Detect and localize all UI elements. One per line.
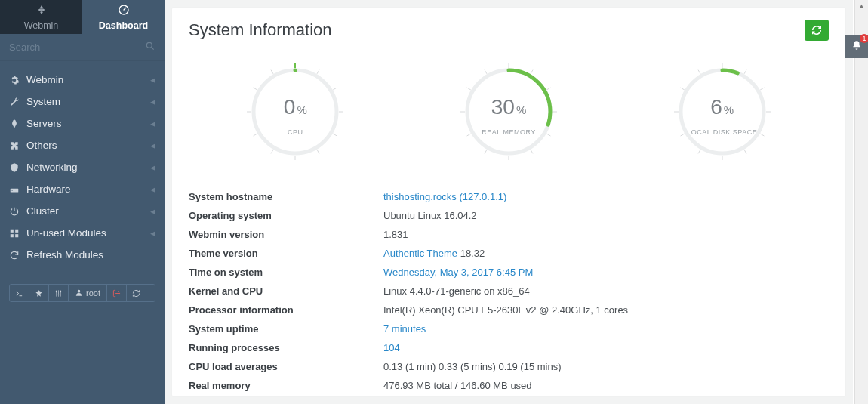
info-row: Running processes104 — [189, 338, 829, 357]
svg-line-34 — [531, 150, 533, 153]
wrench-icon — [9, 97, 20, 107]
info-value: Linux 4.4.0-71-generic on x86_64 — [383, 285, 530, 297]
svg-point-9 — [58, 294, 60, 295]
sidebar-item-label: Refresh Modules — [26, 249, 103, 261]
sidebar-item-servers[interactable]: Servers ◀ — [0, 113, 165, 134]
reload-button[interactable] — [127, 285, 146, 301]
settings-button[interactable] — [49, 285, 69, 301]
info-key: Webmin version — [189, 229, 383, 240]
info-row: Virtual memory0 bytes total / 0 bytes us… — [189, 395, 829, 396]
svg-line-24 — [254, 88, 257, 90]
refresh-button[interactable] — [805, 20, 829, 41]
sidebar-item-system[interactable]: System ◀ — [0, 91, 165, 113]
logout-button[interactable] — [107, 285, 127, 301]
info-value-link[interactable]: Authentic Theme — [383, 248, 457, 259]
hdd-icon — [9, 184, 20, 195]
gauge-value: 6 — [710, 95, 722, 119]
info-key: Processor information — [189, 304, 383, 316]
chevron-left-icon: ◀ — [150, 76, 155, 84]
search-input[interactable] — [9, 42, 145, 53]
gauge-local-disk-space: 6% LOCAL DISK SPACE — [647, 59, 798, 165]
info-key: CPU load averages — [189, 361, 383, 372]
terminal-button[interactable] — [10, 285, 29, 301]
svg-point-11 — [78, 289, 81, 292]
info-row: System uptime7 minutes — [189, 319, 829, 338]
svg-line-40 — [485, 70, 487, 74]
info-key: Real memory — [189, 380, 383, 391]
info-key: Theme version — [189, 248, 383, 259]
sidebar-item-unused-modules[interactable]: Un-used Modules ◀ — [0, 222, 165, 244]
sidebar-item-webmin[interactable]: Webmin ◀ — [0, 69, 165, 91]
info-key: Operating system — [189, 210, 383, 221]
sidebar-item-label: Networking — [26, 162, 78, 173]
svg-point-10 — [60, 291, 61, 292]
scrollbar[interactable]: ▲ — [854, 0, 868, 404]
chevron-left-icon: ◀ — [150, 208, 155, 215]
top-tabs: Webmin Dashboard — [0, 0, 165, 34]
svg-line-16 — [334, 88, 337, 90]
info-value: 0.13 (1 min) 0.33 (5 mins) 0.19 (15 mins… — [383, 361, 562, 372]
gauge-label: REAL MEMORY — [445, 128, 573, 136]
svg-line-53 — [680, 88, 684, 90]
svg-rect-5 — [15, 229, 18, 232]
search-icon[interactable] — [145, 41, 155, 54]
info-row: Processor informationIntel(R) Xeon(R) CP… — [189, 301, 829, 319]
tab-dashboard[interactable]: Dashboard — [82, 0, 165, 34]
system-info-list: System hostnamethishosting.rocks (127.0.… — [189, 187, 829, 396]
svg-line-15 — [317, 70, 319, 74]
info-key: System uptime — [189, 323, 383, 335]
chevron-left-icon: ◀ — [150, 98, 155, 106]
power-icon — [9, 206, 20, 217]
gauge-unit: % — [297, 103, 306, 116]
info-key: Time on system — [189, 267, 383, 278]
info-value[interactable]: thishosting.rocks (127.0.1.1) — [383, 191, 506, 202]
info-value: Authentic Theme 18.32 — [383, 248, 485, 259]
webmin-icon — [35, 4, 48, 18]
scroll-up-arrow[interactable]: ▲ — [855, 0, 868, 12]
info-value[interactable]: Wednesday, May 3, 2017 6:45 PM — [383, 267, 533, 278]
svg-line-50 — [698, 150, 700, 153]
gauges: 0% CPU — [189, 59, 829, 165]
notifications-button[interactable]: 1 — [845, 35, 868, 58]
svg-line-44 — [744, 70, 746, 74]
sidebar-item-label: Servers — [26, 118, 62, 129]
sidebar-item-others[interactable]: Others ◀ — [0, 134, 165, 156]
svg-line-36 — [485, 150, 487, 153]
info-value: Intel(R) Xeon(R) CPU E5-2630L v2 @ 2.40G… — [383, 304, 628, 316]
sidebar-item-refresh-modules[interactable]: Refresh Modules — [0, 244, 165, 266]
sidebar-item-cluster[interactable]: Cluster ◀ — [0, 200, 165, 222]
svg-rect-6 — [11, 234, 14, 237]
info-value[interactable]: 7 minutes — [383, 323, 426, 335]
tab-label: Webmin — [24, 20, 59, 31]
gauge-cpu: 0% CPU — [220, 59, 371, 165]
info-key: Kernel and CPU — [189, 285, 383, 297]
shield-icon — [9, 162, 20, 173]
chevron-left-icon: ◀ — [150, 186, 155, 193]
tab-webmin[interactable]: Webmin — [0, 0, 82, 34]
svg-rect-4 — [11, 229, 14, 232]
user-button[interactable]: root — [69, 285, 107, 301]
svg-rect-2 — [11, 188, 19, 192]
sidebar-item-hardware[interactable]: Hardware ◀ — [0, 178, 165, 200]
gauge-unit: % — [724, 103, 734, 116]
gauge-value: 30 — [491, 95, 515, 119]
svg-point-3 — [12, 190, 13, 190]
sidebar-item-label: Un-used Modules — [26, 227, 106, 239]
sidebar-toolbar: root — [9, 284, 155, 302]
info-row: System hostnamethishosting.rocks (127.0.… — [189, 187, 829, 206]
svg-line-54 — [698, 70, 700, 74]
chevron-left-icon: ◀ — [150, 230, 155, 237]
info-row: CPU load averages0.13 (1 min) 0.33 (5 mi… — [189, 357, 829, 376]
sidebar-item-networking[interactable]: Networking ◀ — [0, 156, 165, 178]
puzzle-icon — [9, 140, 20, 151]
svg-line-31 — [546, 88, 550, 90]
refresh-icon — [9, 250, 20, 261]
star-button[interactable] — [29, 285, 49, 301]
tab-label: Dashboard — [99, 20, 148, 31]
chevron-left-icon: ◀ — [150, 120, 155, 128]
bell-icon — [851, 40, 862, 54]
gauge-label: LOCAL DISK SPACE — [658, 128, 786, 136]
info-value[interactable]: 104 — [383, 342, 400, 353]
svg-point-8 — [56, 291, 57, 292]
dashboard-icon — [118, 4, 130, 18]
